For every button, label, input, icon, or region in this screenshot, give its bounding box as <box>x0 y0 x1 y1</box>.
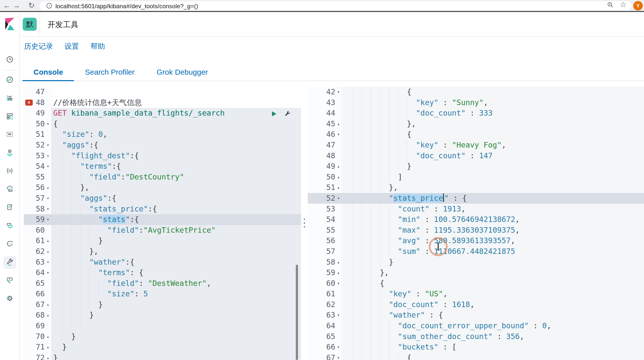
editor-line-53[interactable]: 53▾"flight_dest":{ <box>24 151 301 161</box>
editor-line-64[interactable]: 64▾"terms": { <box>24 267 301 278</box>
sidebar-item-monitoring-heartbeat-icon[interactable] <box>3 274 16 287</box>
editor-line-58[interactable]: 58▾"stats_price":{ <box>24 204 301 214</box>
code-cell[interactable]: "flight_dest":{ <box>51 151 301 161</box>
response-line-66[interactable]: 66▾"buckets" : [ <box>308 342 644 353</box>
fold-toggle-icon[interactable]: ▾ <box>45 151 51 161</box>
fold-toggle-icon[interactable]: ▴ <box>335 182 342 193</box>
response-line-63[interactable]: 63▾"wather" : { <box>308 310 644 321</box>
response-line-56[interactable]: 56"avg" : 580.5893613393557, <box>308 235 644 246</box>
console-link-help[interactable]: 帮助 <box>90 41 105 51</box>
code-cell[interactable]: "sum" : 1110667.4482421875 <box>342 246 644 257</box>
code-cell[interactable] <box>51 87 301 97</box>
url-text[interactable]: localhost:5601/app/kibana#/dev_tools/con… <box>56 3 198 10</box>
tab-search-profiler[interactable]: Search Profiler <box>74 65 146 81</box>
sidebar-item-infrastructure-cloud-icon[interactable] <box>3 183 16 196</box>
fold-toggle-icon[interactable]: ▴ <box>335 119 342 129</box>
sidebar-item-canvas-icon[interactable] <box>3 128 16 141</box>
code-cell[interactable]: "max" : 1195.3363037109375, <box>342 225 644 236</box>
fold-toggle-icon[interactable]: ▴ <box>45 182 51 193</box>
console-link-settings[interactable]: 设置 <box>64 41 79 51</box>
code-cell[interactable]: { <box>342 129 644 140</box>
browser-back-icon[interactable]: ← <box>2 0 12 10</box>
editor-line-57[interactable]: 57▾"aggs":{ <box>24 193 301 204</box>
code-cell[interactable]: "stats_price":{ <box>51 204 301 214</box>
code-cell[interactable]: } <box>342 257 644 268</box>
code-cell[interactable]: "doc_count" : 147 <box>342 151 644 161</box>
editor-line-49[interactable]: 49GET kibana_sample_data_flights/_search <box>24 108 301 119</box>
editor-line-63[interactable]: 63▾"wather":{ <box>24 257 301 268</box>
fold-toggle-icon[interactable]: ▴ <box>45 331 51 342</box>
fold-toggle-icon[interactable]: ▴ <box>45 353 51 360</box>
code-cell[interactable]: { <box>342 353 644 360</box>
send-request-button[interactable] <box>270 110 278 119</box>
response-line-67[interactable]: 67▾{ <box>308 353 644 360</box>
fold-toggle-icon[interactable]: ▾ <box>45 204 51 214</box>
code-cell[interactable]: } <box>51 299 301 310</box>
code-cell[interactable]: "terms": { <box>51 267 301 278</box>
editor-line-50[interactable]: 50▾{ <box>24 119 301 129</box>
fold-toggle-icon[interactable]: ▾ <box>45 257 51 268</box>
request-options-button[interactable] <box>284 110 291 119</box>
kibana-logo-icon[interactable] <box>5 17 15 31</box>
response-line-62[interactable]: 62"doc_count" : 1618, <box>308 299 644 310</box>
code-cell[interactable]: "doc_count" : 1618, <box>342 299 644 310</box>
editor-line-70[interactable]: 70▴} <box>24 331 301 342</box>
sidebar-item-apm-copies-icon[interactable] <box>3 219 16 232</box>
code-cell[interactable]: "count" : 1913, <box>342 204 644 214</box>
response-line-49[interactable]: 49▴} <box>308 161 644 172</box>
code-cell[interactable]: } <box>342 161 644 172</box>
code-cell[interactable]: "size": 0, <box>51 129 301 140</box>
code-cell[interactable] <box>51 321 301 331</box>
fold-toggle-icon[interactable]: ▴ <box>45 235 51 246</box>
code-cell[interactable]: "doc_count" : 333 <box>342 108 644 119</box>
editor-line-48[interactable]: ✕48//价格统计信息+天气信息 <box>24 97 301 108</box>
editor-line-62[interactable]: 62▴}, <box>24 246 301 257</box>
editor-line-59[interactable]: 59▾"stats":{ <box>24 214 301 225</box>
editor-scrollbar-thumb[interactable] <box>296 265 298 360</box>
response-line-61[interactable]: 61"key" : "US", <box>308 289 644 299</box>
response-line-64[interactable]: 64"doc_count_error_upper_bound" : 0, <box>308 321 644 331</box>
page-zoom-icon[interactable] <box>606 1 614 8</box>
space-selector[interactable]: 默 <box>20 12 40 36</box>
code-cell[interactable]: }, <box>342 119 644 129</box>
code-cell[interactable]: } <box>51 331 301 342</box>
code-cell[interactable]: } <box>51 235 301 246</box>
console-link-history[interactable]: 历史记录 <box>24 41 53 51</box>
browser-avatar[interactable]: Y <box>633 1 643 10</box>
editor-line-68[interactable]: 68▴} <box>24 310 301 321</box>
fold-toggle-icon[interactable]: ▾ <box>45 214 51 225</box>
code-cell[interactable]: { <box>51 119 301 129</box>
sidebar-item-logs-scroll-icon[interactable] <box>3 201 16 214</box>
editor-line-67[interactable]: 67▴} <box>24 299 301 310</box>
fold-toggle-icon[interactable]: ▾ <box>335 193 342 204</box>
code-cell[interactable]: "stats":{ <box>51 214 301 225</box>
code-cell[interactable]: "min" : 100.57646942138672, <box>342 214 644 225</box>
editor-line-61[interactable]: 61▴} <box>24 235 301 246</box>
response-line-58[interactable]: 58▴} <box>308 257 644 268</box>
code-cell[interactable]: "buckets" : [ <box>342 342 644 353</box>
code-cell[interactable]: { <box>342 278 644 289</box>
code-cell[interactable]: } <box>51 353 301 360</box>
editor-line-71[interactable]: 71▴} <box>24 342 301 353</box>
code-cell[interactable]: "aggs":{ <box>51 140 301 151</box>
url-bar[interactable]: i localhost:5601/app/kibana#/dev_tools/c… <box>40 1 632 10</box>
code-cell[interactable]: "field":"DestCountry" <box>51 172 301 182</box>
response-line-44[interactable]: 44"doc_count" : 333 <box>308 108 644 119</box>
fold-toggle-icon[interactable]: ▴ <box>335 172 342 182</box>
response-line-52[interactable]: 52▾"stats_price" : { <box>308 193 644 204</box>
space-badge[interactable]: 默 <box>23 18 37 31</box>
code-cell[interactable]: }, <box>51 246 301 257</box>
code-cell[interactable]: "sum_other_doc_count" : 356, <box>342 331 644 342</box>
code-cell[interactable]: "key" : "US", <box>342 289 644 299</box>
panel-resizer[interactable] <box>301 81 308 360</box>
editor-line-56[interactable]: 56▴}, <box>24 182 301 193</box>
code-cell[interactable]: "aggs":{ <box>51 193 301 204</box>
editor-line-51[interactable]: 51"size": 0, <box>24 129 301 140</box>
response-line-46[interactable]: 46▾{ <box>308 129 644 140</box>
code-cell[interactable]: ] <box>342 172 644 182</box>
editor-line-52[interactable]: 52▾"aggs":{ <box>24 140 301 151</box>
editor-line-54[interactable]: 54▾"terms":{ <box>24 161 301 172</box>
sidebar-item-discover-compass-icon[interactable] <box>3 74 16 87</box>
code-cell[interactable]: { <box>342 87 644 97</box>
response-line-60[interactable]: 60▾{ <box>308 278 644 289</box>
